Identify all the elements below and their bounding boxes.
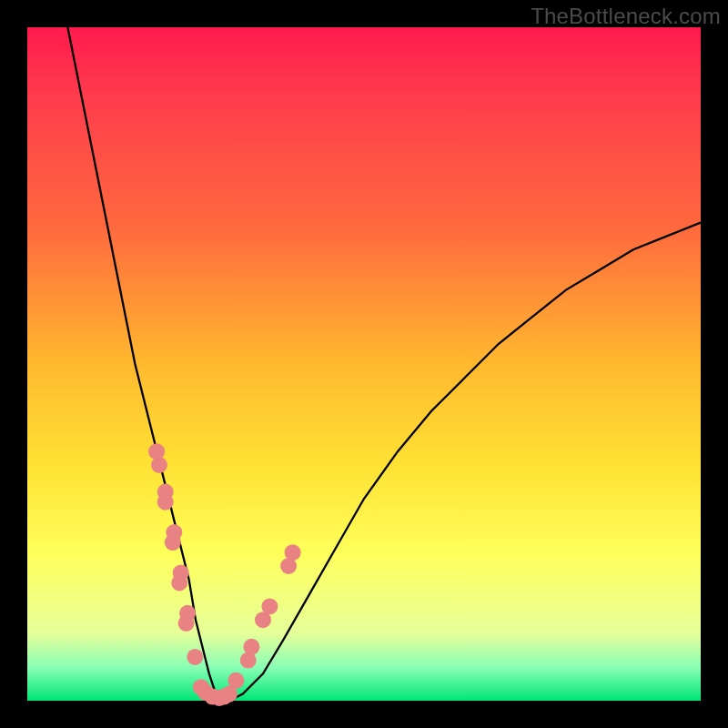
chart-frame: TheBottleneck.com xyxy=(0,0,728,728)
watermark-text: TheBottleneck.com xyxy=(531,4,721,29)
data-point xyxy=(261,598,278,614)
data-point xyxy=(165,534,181,551)
data-point xyxy=(285,544,301,561)
data-point xyxy=(157,494,174,511)
data-point xyxy=(178,615,195,632)
data-point xyxy=(151,457,167,473)
right-cluster-dots xyxy=(228,544,300,689)
plot-area xyxy=(27,27,701,701)
chart-svg xyxy=(27,27,701,701)
data-point xyxy=(187,649,203,665)
bottleneck-curve xyxy=(67,27,701,701)
data-point xyxy=(171,575,187,592)
data-point xyxy=(221,686,238,703)
data-point xyxy=(243,639,259,655)
left-cluster-dots xyxy=(148,443,203,665)
